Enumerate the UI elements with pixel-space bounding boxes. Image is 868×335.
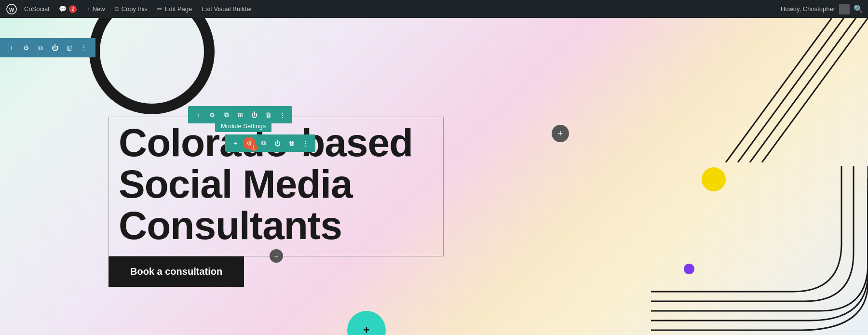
section-more-button[interactable]: ⋮ bbox=[77, 41, 91, 54]
add-section-button[interactable]: + bbox=[552, 125, 569, 142]
section-toolbar: + ⚙ ⧉ ⏻ 🗑 ⋮ bbox=[0, 38, 95, 57]
admin-bar-right: Howdy, Christopher 🔍 bbox=[781, 4, 863, 14]
book-consultation-label: Book a consultation bbox=[130, 266, 222, 277]
user-avatar[interactable] bbox=[839, 4, 850, 14]
new-button[interactable]: + New bbox=[82, 0, 109, 18]
section-toggle-button[interactable]: ⏻ bbox=[48, 41, 62, 54]
book-consultation-button[interactable]: Book a consultation bbox=[108, 256, 244, 287]
svg-line-2 bbox=[762, 18, 868, 162]
section-duplicate-button[interactable]: ⧉ bbox=[34, 41, 47, 54]
copy-this-label: Copy this bbox=[122, 5, 148, 13]
row-duplicate-button[interactable]: ⧉ bbox=[220, 108, 232, 121]
edit-page-label: Edit Page bbox=[165, 5, 192, 13]
module-settings-tooltip: Module Settings bbox=[215, 120, 271, 132]
new-icon: + bbox=[86, 5, 90, 13]
svg-line-4 bbox=[738, 18, 844, 162]
row-toggle-button[interactable]: ⏻ bbox=[248, 108, 260, 121]
copy-icon: ⧉ bbox=[115, 5, 119, 13]
copy-this-button[interactable]: ⧉ Copy this bbox=[111, 0, 151, 18]
row-add-button[interactable]: + bbox=[192, 108, 204, 121]
module-duplicate-button[interactable]: ⧉ bbox=[257, 137, 270, 149]
svg-line-5 bbox=[726, 18, 832, 162]
edit-page-button[interactable]: ✏ Edit Page bbox=[153, 0, 196, 18]
module-delete-button[interactable]: 🗑 bbox=[285, 137, 298, 149]
howdy-text: Howdy, Christopher bbox=[781, 5, 835, 13]
main-content: + + + ⚙ ⧉ ⏻ 🗑 ⋮ Colorado-basedSocial Med… bbox=[0, 18, 868, 335]
row-delete-button[interactable]: 🗑 bbox=[262, 108, 274, 121]
module-more-button[interactable]: ⋮ bbox=[299, 137, 312, 149]
add-section-plus-icon: + bbox=[558, 129, 563, 139]
comments-link[interactable]: 💬 2 bbox=[55, 0, 81, 18]
decorative-lines-topright bbox=[714, 18, 868, 162]
module-add-button[interactable]: + bbox=[229, 137, 242, 149]
comment-count: 2 bbox=[69, 5, 77, 13]
module-settings-button[interactable]: ⚙ 1 bbox=[243, 137, 256, 149]
module-toggle-button[interactable]: ⏻ bbox=[271, 137, 284, 149]
wp-logo[interactable]: W bbox=[5, 2, 18, 16]
teal-circle-plus-icon[interactable]: + bbox=[364, 324, 370, 335]
search-icon[interactable]: 🔍 bbox=[854, 4, 863, 13]
module-notification-badge: 1 bbox=[250, 144, 258, 151]
comment-icon: 💬 bbox=[59, 5, 67, 13]
exit-builder-label: Exit Visual Builder bbox=[202, 5, 252, 13]
decorative-purple-dot bbox=[684, 264, 694, 274]
new-label: New bbox=[93, 5, 105, 13]
cosocial-label: CoSocial bbox=[24, 5, 49, 13]
admin-bar: W CoSocial 💬 2 + New ⧉ Copy this ✏ Edit … bbox=[0, 0, 868, 18]
svg-line-3 bbox=[750, 18, 856, 162]
site-name[interactable]: CoSocial bbox=[20, 0, 53, 18]
row-columns-button[interactable]: ⊞ bbox=[234, 108, 246, 121]
svg-text:W: W bbox=[9, 6, 14, 12]
section-delete-button[interactable]: 🗑 bbox=[63, 41, 76, 54]
add-module-plus-icon: + bbox=[274, 252, 278, 260]
decorative-yellow-dot bbox=[702, 167, 726, 191]
add-module-button[interactable]: + bbox=[270, 249, 283, 263]
module-toolbar: + ⚙ 1 ⧉ ⏻ 🗑 ⋮ bbox=[225, 134, 315, 152]
module-settings-label: Module Settings bbox=[221, 122, 266, 130]
section-add-button[interactable]: + bbox=[5, 41, 18, 54]
row-settings-button[interactable]: ⚙ bbox=[206, 108, 218, 121]
decorative-lines-bottomright bbox=[651, 166, 868, 335]
exit-visual-builder-button[interactable]: Exit Visual Builder bbox=[198, 0, 256, 18]
edit-icon: ✏ bbox=[157, 5, 163, 13]
section-settings-button[interactable]: ⚙ bbox=[19, 41, 33, 54]
row-more-button[interactable]: ⋮ bbox=[276, 108, 288, 121]
